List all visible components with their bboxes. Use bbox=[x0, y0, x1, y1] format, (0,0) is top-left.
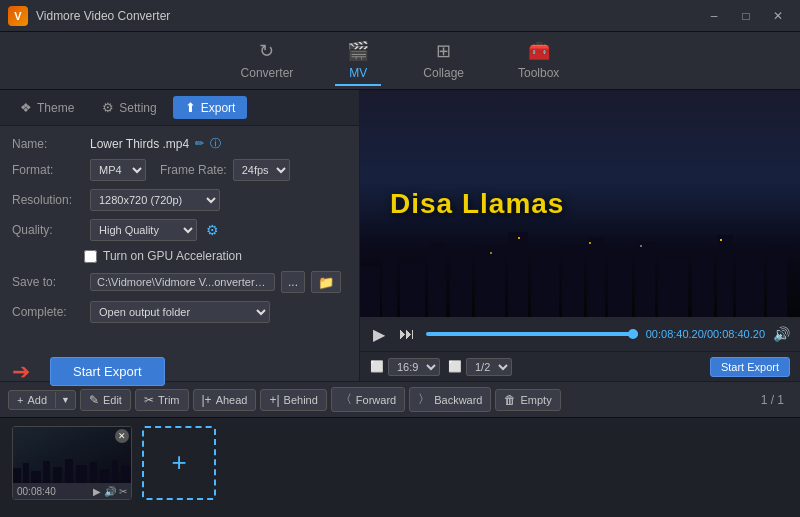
add-dropdown-arrow[interactable]: ▼ bbox=[55, 392, 75, 408]
step-forward-button[interactable]: ⏭ bbox=[396, 325, 418, 343]
ahead-button[interactable]: |+ Ahead bbox=[193, 389, 257, 411]
clip-mute-icon[interactable]: 🔊 bbox=[104, 486, 116, 497]
svg-rect-21 bbox=[640, 245, 642, 247]
export-area: ➔ Start Export bbox=[12, 357, 359, 386]
svg-rect-14 bbox=[717, 235, 733, 317]
format-select[interactable]: MP4 AVI MOV bbox=[90, 159, 146, 181]
setting-icon: ⚙ bbox=[102, 100, 114, 115]
trim-icon: ✂ bbox=[144, 393, 154, 407]
edit-icon: ✎ bbox=[89, 393, 99, 407]
aspect-ratio-icon: ⬜ bbox=[370, 360, 384, 373]
tab-toolbox[interactable]: 🧰 Toolbox bbox=[506, 36, 571, 86]
svg-rect-1 bbox=[382, 252, 397, 317]
resolution-select[interactable]: 1280x720 (720p) 1920x1080 (1080p) 640x48… bbox=[90, 189, 220, 211]
clip-play-icon[interactable]: ▶ bbox=[93, 486, 101, 497]
preview-area: Disa Llamas bbox=[360, 90, 800, 317]
sub-tab-theme[interactable]: ❖ Theme bbox=[8, 96, 86, 119]
quality-label: Quality: bbox=[12, 223, 84, 237]
tab-collage[interactable]: ⊞ Collage bbox=[411, 36, 476, 86]
timeline-toolbar: + Add ▼ ✎ Edit ✂ Trim |+ Ahead +| Behind… bbox=[0, 381, 800, 417]
svg-rect-11 bbox=[635, 241, 655, 317]
empty-button[interactable]: 🗑 Empty bbox=[495, 389, 560, 411]
name-label: Name: bbox=[12, 137, 84, 151]
add-button[interactable]: + Add ▼ bbox=[8, 390, 76, 410]
svg-rect-23 bbox=[23, 463, 29, 483]
svg-rect-10 bbox=[608, 255, 632, 317]
svg-rect-9 bbox=[587, 237, 605, 317]
gpu-row: Turn on GPU Acceleration bbox=[84, 249, 347, 263]
collage-icon: ⊞ bbox=[436, 40, 451, 62]
svg-rect-6 bbox=[508, 232, 528, 317]
resolution-icon: ⬜ bbox=[448, 360, 462, 373]
framerate-select[interactable]: 24fps 30fps 60fps bbox=[233, 159, 290, 181]
sub-tab-export[interactable]: ⬆ Export bbox=[173, 96, 248, 119]
mv-icon: 🎬 bbox=[347, 40, 369, 62]
svg-rect-20 bbox=[720, 239, 722, 241]
gpu-checkbox[interactable] bbox=[84, 250, 97, 263]
svg-rect-28 bbox=[76, 465, 87, 483]
forward-button[interactable]: 〈 Forward bbox=[331, 387, 405, 412]
svg-rect-7 bbox=[531, 252, 559, 317]
svg-rect-19 bbox=[589, 242, 591, 244]
quality-row: Quality: High Quality Medium Quality Low… bbox=[12, 219, 347, 241]
behind-button[interactable]: +| Behind bbox=[260, 389, 326, 411]
clip-cityscape bbox=[13, 453, 131, 483]
clip-item[interactable]: 00:08:40 ▶ 🔊 ✂ ✕ bbox=[12, 426, 132, 500]
format-row: Format: MP4 AVI MOV Frame Rate: 24fps 30… bbox=[12, 159, 347, 181]
quality-settings-button[interactable]: ⚙ bbox=[203, 222, 222, 238]
quality-select[interactable]: High Quality Medium Quality Low Quality bbox=[90, 219, 197, 241]
close-button[interactable]: ✕ bbox=[764, 6, 792, 26]
app-icon: V bbox=[8, 6, 28, 26]
edit-icon[interactable]: ✏ bbox=[195, 137, 204, 150]
svg-rect-25 bbox=[43, 461, 50, 483]
open-folder-button[interactable]: 📁 bbox=[311, 271, 341, 293]
complete-select[interactable]: Open output folder Do nothing bbox=[90, 301, 270, 323]
left-panel: ❖ Theme ⚙ Setting ⬆ Export Name: Lower T… bbox=[0, 90, 360, 381]
export-icon: ⬆ bbox=[185, 100, 196, 115]
player-bottom-left: ⬜ 16:9 4:3 1:1 ⬜ 1/2 1/1 1/4 bbox=[370, 358, 512, 376]
format-label: Format: bbox=[12, 163, 84, 177]
converter-icon: ↻ bbox=[259, 40, 274, 62]
tab-mv[interactable]: 🎬 MV bbox=[335, 36, 381, 86]
resolution-label: Resolution: bbox=[12, 193, 84, 207]
progress-bar[interactable] bbox=[426, 332, 638, 336]
clip-controls: ▶ 🔊 ✂ bbox=[93, 486, 127, 497]
trim-button[interactable]: ✂ Trim bbox=[135, 389, 189, 411]
tab-converter[interactable]: ↻ Converter bbox=[229, 36, 306, 86]
info-icon[interactable]: ⓘ bbox=[210, 136, 221, 151]
behind-icon: +| bbox=[269, 393, 279, 407]
svg-rect-12 bbox=[658, 259, 688, 317]
saveto-label: Save to: bbox=[12, 275, 84, 289]
save-path: C:\Vidmore\Vidmore V...onverter\MV Expor… bbox=[90, 273, 275, 291]
clip-close-button[interactable]: ✕ bbox=[115, 429, 129, 443]
aspect-ratio-select[interactable]: 16:9 4:3 1:1 bbox=[388, 358, 440, 376]
time-display: 00:08:40.20/00:08:40.20 bbox=[646, 328, 765, 340]
svg-rect-22 bbox=[13, 468, 21, 483]
play-button[interactable]: ▶ bbox=[370, 325, 388, 344]
add-clip-button[interactable]: + bbox=[142, 426, 216, 500]
svg-rect-29 bbox=[90, 462, 97, 483]
name-value: Lower Thirds .mp4 bbox=[90, 137, 189, 151]
player-controls: ▶ ⏭ 00:08:40.20/00:08:40.20 🔊 bbox=[360, 317, 800, 351]
export-form: Name: Lower Thirds .mp4 ✏ ⓘ Format: MP4 … bbox=[0, 126, 359, 341]
zoom-select[interactable]: 1/2 1/1 1/4 bbox=[466, 358, 512, 376]
start-export-button[interactable]: Start Export bbox=[50, 357, 165, 386]
right-panel: Disa Llamas ▶ ⏭ 00:08:40.20/00:08:40.20 … bbox=[360, 90, 800, 381]
minimize-button[interactable]: – bbox=[700, 6, 728, 26]
clip-cut-icon[interactable]: ✂ bbox=[119, 486, 127, 497]
volume-icon[interactable]: 🔊 bbox=[773, 326, 790, 342]
backward-icon: 〉 bbox=[418, 391, 430, 408]
player-bottom-bar: ⬜ 16:9 4:3 1:1 ⬜ 1/2 1/1 1/4 Start bbox=[360, 351, 800, 381]
forward-icon: 〈 bbox=[340, 391, 352, 408]
resolution-row: Resolution: 1280x720 (720p) 1920x1080 (1… bbox=[12, 189, 347, 211]
edit-button[interactable]: ✎ Edit bbox=[80, 389, 131, 411]
maximize-button[interactable]: □ bbox=[732, 6, 760, 26]
svg-rect-30 bbox=[100, 469, 109, 483]
ahead-icon: |+ bbox=[202, 393, 212, 407]
start-export-small-button[interactable]: Start Export bbox=[710, 357, 790, 377]
toolbox-icon: 🧰 bbox=[528, 40, 550, 62]
browse-button[interactable]: ... bbox=[281, 271, 305, 293]
sub-tab-setting[interactable]: ⚙ Setting bbox=[90, 96, 168, 119]
backward-button[interactable]: 〉 Backward bbox=[409, 387, 491, 412]
gpu-label: Turn on GPU Acceleration bbox=[103, 249, 242, 263]
